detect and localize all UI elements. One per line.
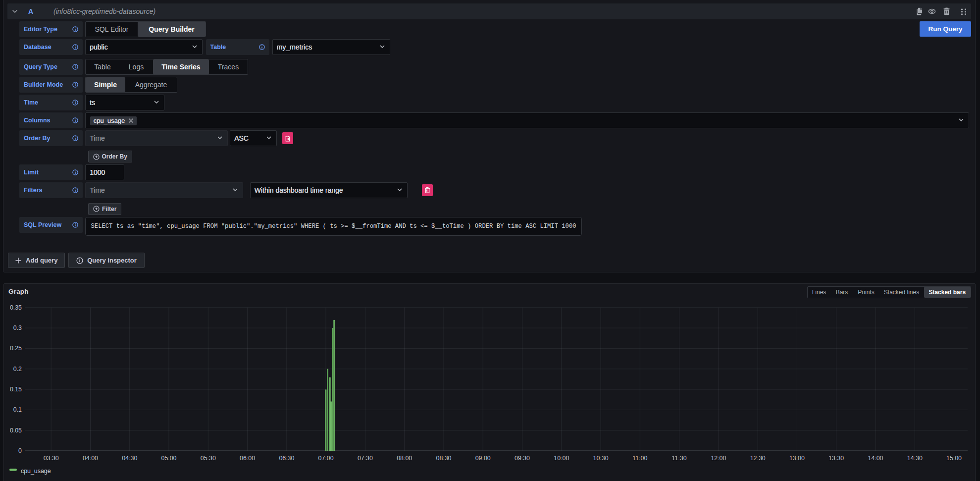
svg-text:14:00: 14:00 xyxy=(868,455,883,462)
svg-text:08:00: 08:00 xyxy=(397,455,412,462)
svg-text:0.25: 0.25 xyxy=(10,345,22,352)
svg-text:0: 0 xyxy=(18,447,22,454)
svg-text:05:00: 05:00 xyxy=(161,455,176,462)
svg-text:06:30: 06:30 xyxy=(279,455,294,462)
svg-text:15:00: 15:00 xyxy=(946,455,962,462)
svg-text:12:30: 12:30 xyxy=(750,455,766,462)
svg-text:05:30: 05:30 xyxy=(201,455,216,462)
svg-text:11:30: 11:30 xyxy=(672,455,687,462)
svg-text:06:00: 06:00 xyxy=(240,455,255,462)
svg-text:0.3: 0.3 xyxy=(13,324,22,331)
svg-text:0.35: 0.35 xyxy=(10,304,22,311)
svg-text:09:30: 09:30 xyxy=(515,455,530,462)
svg-text:0.2: 0.2 xyxy=(13,366,22,373)
svg-text:14:30: 14:30 xyxy=(907,455,923,462)
svg-text:13:00: 13:00 xyxy=(789,455,805,462)
svg-text:0.05: 0.05 xyxy=(10,427,22,434)
svg-text:04:00: 04:00 xyxy=(83,455,98,462)
svg-text:04:30: 04:30 xyxy=(122,455,137,462)
svg-text:0.15: 0.15 xyxy=(10,386,22,393)
svg-text:12:00: 12:00 xyxy=(711,455,726,462)
svg-text:08:30: 08:30 xyxy=(436,455,451,462)
svg-text:10:00: 10:00 xyxy=(554,455,569,462)
svg-text:07:30: 07:30 xyxy=(358,455,373,462)
svg-text:10:30: 10:30 xyxy=(593,455,609,462)
svg-text:cpu_usage: cpu_usage xyxy=(21,468,51,475)
svg-text:07:00: 07:00 xyxy=(318,455,334,462)
svg-text:11:00: 11:00 xyxy=(632,455,647,462)
svg-text:13:30: 13:30 xyxy=(828,455,844,462)
svg-text:0.1: 0.1 xyxy=(13,406,22,413)
svg-text:09:00: 09:00 xyxy=(475,455,491,462)
svg-text:03:30: 03:30 xyxy=(44,455,59,462)
